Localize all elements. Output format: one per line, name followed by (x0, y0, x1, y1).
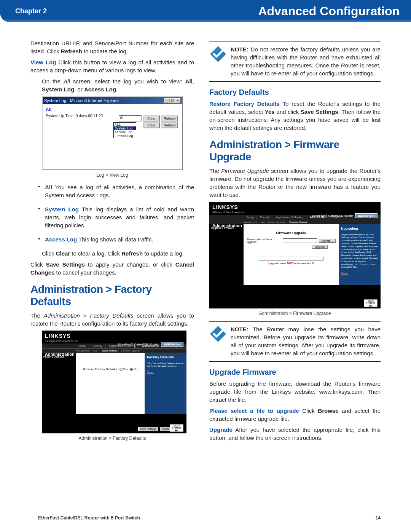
para-onall: On the All screen, select the log you wi… (42, 77, 194, 93)
dropdown-option[interactable]: ALL (114, 123, 136, 126)
upgrade-file-input[interactable] (283, 238, 317, 243)
para-upgrade-btn: Upgrade After you have selected the appr… (209, 426, 381, 442)
para-rfd: Restore Factory Defaults To reset the Ro… (209, 100, 381, 132)
para-viewlog: View Log Click this button to view a log… (30, 58, 194, 74)
caption-fd: Administration > Factory Defaults (30, 436, 194, 441)
screenshot-firmware-upgrade: LINKSYS A Division of Cisco Systems, Inc… (209, 202, 381, 308)
bullet-all: •All You see a log of all activities, a … (38, 183, 194, 202)
page-header: Chapter 2 Advanced Configuration (0, 0, 411, 22)
restore-defaults-row: Restore Factory Defaults: Yes No (79, 367, 142, 371)
log-type-select[interactable]: ALL (119, 115, 142, 121)
chapter-label: Chapter 2 (15, 7, 47, 15)
footer-title: EtherFast Cable/DSL Router with 8-Port S… (38, 515, 140, 521)
tab-setup[interactable]: Setup (244, 215, 257, 220)
close-icon[interactable]: × (175, 98, 180, 103)
check-icon (209, 325, 227, 343)
dialog-titlebar: System Log - Microsoft Internet Explorer… (43, 97, 182, 104)
right-column: NOTE: Do not restore the factory default… (209, 39, 381, 446)
dropdown-option[interactable]: Firewall Log (114, 134, 136, 138)
para-please-select: Please select a file to upgrade Click Br… (209, 407, 381, 423)
page-footer: EtherFast Cable/DSL Router with 8-Port S… (38, 515, 381, 521)
tab-apps[interactable]: Applications & Gaming (273, 215, 307, 220)
more-link[interactable]: More... (341, 272, 348, 275)
dropdown-option[interactable]: Access Log (114, 130, 136, 134)
clear-button[interactable]: Clear (143, 115, 160, 121)
dropdown-option[interactable]: System Log (114, 126, 136, 130)
heading-upgrade-firmware: Upgrade Firmware (209, 368, 381, 377)
progress-bar (259, 257, 323, 260)
upgrade-button[interactable]: Upgrade (312, 245, 328, 249)
clear-button-2[interactable]: Clear (143, 122, 160, 128)
minimize-icon[interactable]: _ (164, 98, 170, 103)
cisco-logo: CISCO SYSTEMS▮▮▮ (170, 424, 183, 432)
caption-viewlog: Log > View Log (30, 173, 194, 178)
log-type-dropdown[interactable]: ALL System Log Access Log Firewall Log (113, 122, 136, 138)
page-number: 14 (376, 515, 381, 521)
heading-firmware-upgrade: Administration > Firmware Upgrade (209, 139, 381, 163)
dialog-window-controls: _□× (164, 98, 180, 103)
heading-factory-defaults: Administration > Factory Defaults (30, 283, 194, 308)
check-icon (209, 45, 227, 63)
linksys-logo: LINKSYS (42, 331, 186, 340)
para-save: Click Save Settings to apply your change… (30, 260, 194, 276)
linksys-logo: LINKSYS (209, 202, 381, 211)
tab-security[interactable]: Security (89, 343, 105, 348)
cisco-logo: CISCO SYSTEMS▮▮▮ (364, 299, 378, 307)
left-column: Destination URL/IP, and Service/Port Num… (30, 39, 194, 446)
dialog-all-heading: All (46, 107, 179, 112)
page-title: Advanced Configuration (258, 4, 400, 18)
screenshot-factory-defaults: LINKSYS A Division of Cisco Systems, Inc… (42, 331, 186, 433)
caption-fw: Administration > Firmware Upgrade (209, 311, 381, 316)
tab-security[interactable]: Security (257, 215, 273, 220)
tab-setup[interactable]: Setup (76, 343, 89, 348)
note-box-1: NOTE: Do not restore the factory default… (209, 42, 381, 82)
para-fw: The Firmware Upgrade screen allows you t… (209, 167, 381, 199)
radio-yes[interactable] (119, 368, 123, 371)
more-link[interactable]: More... (147, 371, 154, 374)
bullet-systemlog: •System Log This log displays a list of … (38, 205, 194, 232)
para-destination: Destination URL/IP, and Service/Port Num… (30, 39, 194, 55)
para-clear: Click Clear to clear a log. Click Refres… (42, 249, 194, 257)
maximize-icon[interactable]: □ (170, 98, 175, 103)
radio-no[interactable] (130, 368, 133, 371)
para-fd: The Administration > Factory Defaults sc… (30, 312, 194, 328)
save-settings-button[interactable]: Save Settings (138, 427, 158, 431)
refresh-button[interactable]: Refresh (161, 115, 178, 121)
view-log-label: View Log (30, 59, 56, 66)
para-upgrade: Before upgrading the firmware, download … (209, 380, 381, 404)
browse-button[interactable]: Browse... (319, 239, 336, 243)
refresh-button-2[interactable]: Refresh (161, 122, 178, 128)
screenshot-viewlog-dialog: System Log - Microsoft Internet Explorer… (42, 96, 183, 170)
heading-factory-defaults-sub: Factory Defaults (209, 88, 381, 97)
bullet-accesslog: •Access Log This log shows all data traf… (38, 235, 194, 246)
dialog-title: System Log - Microsoft Internet Explorer (44, 98, 119, 103)
note-box-2: NOTE: The Router may lose the settings y… (209, 321, 381, 362)
